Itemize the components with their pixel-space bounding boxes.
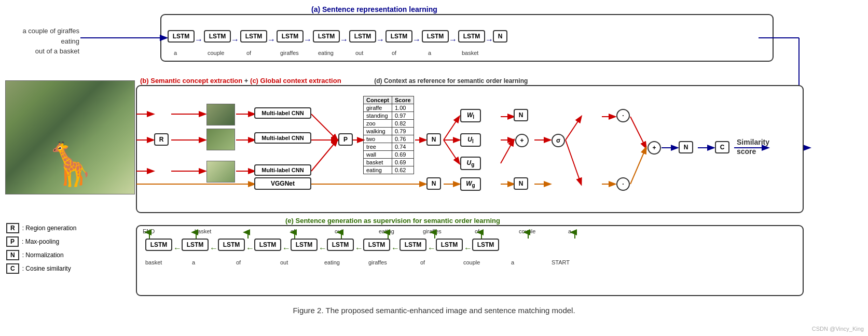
cnn-box-3: Multi-label CNN (254, 164, 311, 176)
word-e-top-7: of (475, 228, 479, 234)
svg-line-38 (630, 117, 646, 148)
arrow-a-9: → (485, 35, 493, 45)
svg-line-31 (501, 140, 514, 163)
lstm-e-9: LSTM (436, 239, 463, 251)
word-e-bot-9: START (552, 259, 570, 265)
legend-r-box: R (6, 223, 19, 233)
arrow-a-7: → (412, 35, 421, 45)
legend-p: P : Max-pooling (6, 236, 76, 247)
table-row: standing0.97 (364, 112, 414, 120)
arrow-a-8: → (449, 35, 457, 45)
svg-line-32 (566, 117, 581, 140)
arrow-e-9: ← (464, 244, 472, 253)
lstm-e-5: LSTM (291, 239, 318, 251)
sigma-circle: σ (552, 134, 565, 147)
arrow-a-4: → (304, 35, 312, 45)
lstm-e-2: LSTM (182, 239, 209, 251)
lstm-e-4: LSTM (254, 239, 281, 251)
n-wl: N (514, 109, 528, 121)
wl-box: Wl (460, 109, 481, 122)
svg-line-17 (311, 114, 337, 140)
word-a-1: a (174, 50, 177, 56)
legend-n-box: N (6, 250, 19, 260)
word-e-bot-5: giraffes (368, 259, 387, 265)
score-header: Score (392, 96, 414, 104)
r-box: R (154, 133, 169, 146)
lstm-e-6: LSTM (327, 239, 354, 251)
table-row: two0.76 (364, 135, 414, 143)
legend-c: C : Cosine similarity (6, 263, 76, 274)
c-box: C (715, 141, 729, 153)
table-row: giraffe1.00 (364, 104, 414, 112)
word-e-bot-4: eating (324, 259, 340, 265)
lstm-a-8: LSTM (422, 30, 449, 43)
lstm-a-7: LSTM (385, 30, 412, 43)
legend-p-desc: : Max-pooling (22, 238, 59, 245)
cnn-box-2: Multi-label CNN (254, 132, 311, 144)
concept-table-container: Concept Score giraffe1.00 standing0.97 z… (363, 96, 414, 174)
n-box-red: N (426, 133, 441, 146)
legend-n-desc: : Normalization (22, 251, 64, 259)
word-e-top-6: giraffes (423, 228, 442, 234)
arrow-e-7: ← (391, 244, 399, 253)
region-img-1 (206, 104, 235, 125)
word-a-5: eating (318, 50, 334, 56)
word-e-top-9: a (568, 228, 571, 234)
section-bcd-title: (b) Semantic concept extraction + (c) Gl… (140, 77, 528, 85)
svg-rect-6 (136, 86, 803, 213)
word-a-7: of (392, 50, 396, 56)
svg-line-19 (311, 140, 337, 171)
plus-label: + (244, 77, 250, 85)
svg-line-33 (566, 140, 581, 184)
word-e-bot-2: of (236, 259, 241, 265)
arrow-e-2: ← (210, 244, 218, 253)
word-e-top-1: basket (195, 228, 211, 234)
word-a-2: couple (208, 50, 224, 56)
n-box-a: N (493, 30, 507, 43)
lstm-a-3: LSTM (240, 30, 267, 43)
word-e-top-0: END (143, 228, 155, 234)
lstm-a-1: LSTM (168, 30, 195, 43)
vggnet-box: VGGNet (254, 177, 311, 190)
arrow-e-4: ← (282, 244, 291, 253)
n-box-vgg: N (426, 177, 441, 190)
arrow-e-8: ← (428, 244, 436, 253)
section-a-title: (a) Sentence representation learning (311, 5, 437, 13)
concept-header: Concept (364, 96, 392, 104)
word-e-bot-0: basket (145, 259, 162, 265)
sum-circle: + (515, 134, 529, 147)
dot-top: · (616, 109, 630, 122)
arrow-a-3: → (267, 35, 275, 45)
lstm-e-7: LSTM (363, 239, 390, 251)
word-a-8: a (428, 50, 431, 56)
section-c-title: (c) Global context extraction (250, 77, 341, 85)
watermark: CSDN @Vincy_King (812, 326, 864, 332)
word-a-4: giraffes (280, 50, 299, 56)
table-row: wall0.69 (364, 151, 414, 159)
lstm-e-3: LSTM (218, 239, 245, 251)
n-wg: N (514, 177, 528, 190)
svg-line-22 (444, 117, 459, 140)
legend-n: N : Normalization (6, 250, 76, 260)
legend-p-box: P (6, 236, 19, 247)
arrow-e-5: ← (319, 244, 327, 253)
legend: R : Region generation P : Max-pooling N … (6, 223, 76, 277)
arrow-a-5: → (340, 35, 348, 45)
word-e-top-4: out (335, 228, 342, 234)
ug-box: Ug (460, 157, 481, 170)
word-a-9: basket (462, 50, 478, 56)
section-e-title: (e) Sentence generation as supervision f… (285, 217, 500, 225)
word-e-top-8: couple (519, 228, 535, 234)
word-a-6: out (355, 50, 363, 56)
region-img-2 (206, 129, 235, 150)
arrow-a-1: → (195, 35, 203, 45)
dot-bottom: · (616, 177, 630, 191)
legend-c-desc: : Cosine similarity (22, 265, 71, 272)
sum-right: + (647, 141, 661, 155)
word-e-bot-3: out (280, 259, 288, 265)
lstm-a-5: LSTM (313, 30, 340, 43)
arrow-a-2: → (231, 35, 239, 45)
lstm-e-8: LSTM (399, 239, 426, 251)
word-e-top-3: of (291, 228, 295, 234)
similarity-score-label: Similarityscore (737, 137, 769, 156)
